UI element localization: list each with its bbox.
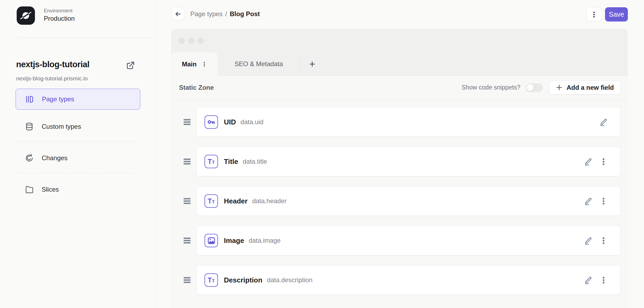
kebab-menu-icon	[599, 197, 608, 205]
field-row-description: TTDescriptiondata.description	[183, 265, 621, 295]
divider	[16, 38, 153, 38]
back-button[interactable]	[171, 7, 184, 20]
kebab-menu-icon	[599, 237, 608, 245]
external-link-icon	[126, 61, 135, 70]
breadcrumb-separator: /	[225, 10, 227, 18]
prismic-logo[interactable]	[17, 6, 35, 25]
zone-title: Static Zone	[179, 84, 214, 91]
drag-handle-icon[interactable]	[183, 237, 191, 244]
window-chrome-bar	[171, 29, 627, 52]
field-menu-button[interactable]	[599, 276, 608, 284]
arrow-left-icon	[174, 10, 182, 18]
field-api-id: data.header	[252, 197, 287, 205]
sidebar-item-changes[interactable]: Changes	[16, 148, 140, 169]
more-options-button[interactable]	[586, 7, 602, 22]
window-dot	[188, 38, 194, 44]
field-name: Description	[224, 276, 262, 284]
pencil-icon	[584, 157, 592, 166]
repo-domain: nextjs-blog-tutorial.prismic.io	[16, 75, 88, 82]
field-card: TTDescriptiondata.description	[196, 265, 621, 295]
field-row-uid: UIDdata.uid	[183, 107, 621, 137]
page-type-editor-card: MainSEO & Metadata+ Static Zone Show cod…	[171, 29, 628, 308]
changes-icon	[25, 153, 34, 163]
custom-types-icon	[25, 122, 34, 131]
sidebar-item-page-types[interactable]: Page types	[16, 89, 140, 110]
tab-bar: MainSEO & Metadata+	[171, 52, 627, 76]
tab-main[interactable]: Main	[171, 52, 217, 76]
window-dot	[198, 38, 204, 44]
edit-field-button[interactable]	[584, 157, 592, 166]
drag-handle-icon[interactable]	[183, 119, 191, 126]
field-api-id: data.title	[243, 158, 267, 165]
prismic-page-type-editor: Environment Production nextjs-blog-tutor…	[0, 0, 644, 308]
tab-label: SEO & Metadata	[234, 60, 283, 68]
nav-divider	[16, 142, 140, 142]
save-button[interactable]: Save	[605, 7, 628, 22]
pencil-icon	[584, 276, 592, 284]
add-field-label: Add a new field	[567, 84, 614, 91]
drag-handle-icon[interactable]	[183, 158, 191, 165]
field-menu-button[interactable]	[599, 197, 608, 205]
environment-label: Environment	[44, 8, 73, 14]
nav-divider	[16, 173, 140, 173]
sidebar-item-slices[interactable]: Slices	[16, 179, 140, 200]
open-repo-button[interactable]	[125, 60, 136, 71]
plus-icon	[556, 84, 563, 91]
edit-field-button[interactable]	[584, 276, 592, 284]
show-code-snippets-label: Show code snippets?	[461, 84, 520, 91]
tab-seo-metadata[interactable]: SEO & Metadata	[217, 52, 300, 76]
field-name: Title	[224, 157, 238, 166]
field-name: UID	[224, 118, 236, 126]
edit-field-button[interactable]	[584, 197, 592, 205]
page-types-icon	[25, 95, 34, 104]
kebab-menu-icon	[591, 11, 598, 18]
kebab-menu-icon	[599, 157, 608, 166]
add-field-button[interactable]: Add a new field	[549, 80, 621, 95]
tab-options-icon[interactable]	[202, 61, 207, 67]
sidebar-item-label: Changes	[42, 154, 67, 162]
pencil-icon	[584, 197, 592, 205]
pencil-icon	[599, 118, 608, 126]
tab-label: Main	[182, 60, 197, 68]
show-code-snippets-toggle[interactable]	[526, 83, 543, 92]
window-dot	[179, 38, 185, 44]
kebab-menu-icon	[599, 276, 608, 284]
breadcrumb-current: Blog Post	[230, 10, 260, 18]
text-icon: TT	[205, 194, 218, 208]
field-api-id: data.uid	[241, 118, 263, 126]
field-card: TTHeaderdata.header	[196, 186, 621, 216]
sidebar-item-label: Custom types	[42, 123, 81, 130]
breadcrumb-parent[interactable]: Page types	[190, 10, 223, 18]
drag-handle-icon[interactable]	[183, 198, 191, 205]
drag-handle-icon[interactable]	[183, 277, 191, 284]
field-card: UIDdata.uid	[196, 107, 621, 137]
sidebar: Environment Production nextjs-blog-tutor…	[0, 0, 156, 308]
image-icon	[205, 234, 218, 247]
field-row-title: TTTitledata.title	[183, 147, 621, 176]
field-card: Imagedata.image	[196, 226, 621, 255]
toggle-knob	[527, 84, 534, 91]
edit-field-button[interactable]	[584, 237, 592, 245]
field-api-id: data.image	[249, 237, 281, 244]
field-card: TTTitledata.title	[196, 147, 621, 176]
field-menu-button[interactable]	[599, 237, 608, 245]
pencil-icon	[584, 237, 592, 245]
sidebar-item-label: Page types	[42, 95, 74, 103]
text-icon: TT	[205, 155, 218, 168]
sidebar-item-custom-types[interactable]: Custom types	[16, 116, 140, 137]
breadcrumb: Page types / Blog Post	[190, 7, 260, 20]
sidebar-item-label: Slices	[42, 186, 59, 193]
field-row-image: Imagedata.image	[183, 226, 621, 255]
text-icon: TT	[205, 273, 218, 287]
planet-icon	[20, 9, 32, 22]
field-menu-button[interactable]	[599, 157, 608, 166]
field-name: Image	[224, 237, 244, 245]
key-icon	[205, 115, 218, 129]
field-api-id: data.description	[267, 276, 312, 284]
environment-value[interactable]: Production	[44, 15, 75, 22]
slices-icon	[25, 185, 34, 194]
add-tab-button[interactable]: +	[300, 52, 324, 76]
field-name: Header	[224, 197, 248, 205]
edit-field-button[interactable]	[599, 118, 608, 126]
repo-name: nextjs-blog-tutorial	[16, 60, 90, 69]
